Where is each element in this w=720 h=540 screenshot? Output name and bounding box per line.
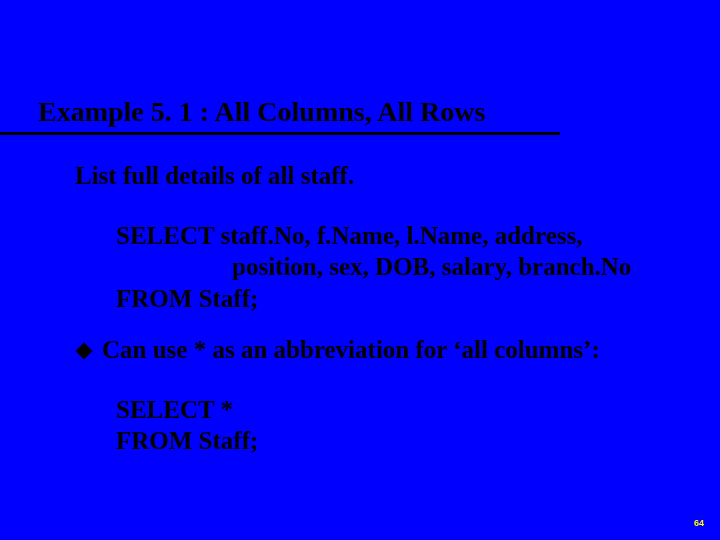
code-block-2: SELECT * FROM Staff; [116, 394, 258, 457]
page-number: 64 [694, 518, 704, 528]
code2-line1: SELECT * [116, 394, 258, 425]
bullet-row: Can use * as an abbreviation for ‘all co… [78, 336, 600, 364]
code1-line1: SELECT staff.No, f.Name, l.Name, address… [116, 220, 631, 251]
title-underline [0, 132, 560, 135]
intro-text: List full details of all staff. [75, 162, 354, 190]
code1-line2: position, sex, DOB, salary, branch.No [116, 251, 631, 282]
bullet-text: Can use * as an abbreviation for ‘all co… [102, 336, 600, 364]
slide-title: Example 5. 1 : All Columns, All Rows [38, 96, 485, 128]
bullet-diamond-icon [76, 343, 93, 360]
code2-line2: FROM Staff; [116, 425, 258, 456]
code1-line3: FROM Staff; [116, 283, 631, 314]
code-block-1: SELECT staff.No, f.Name, l.Name, address… [116, 220, 631, 314]
